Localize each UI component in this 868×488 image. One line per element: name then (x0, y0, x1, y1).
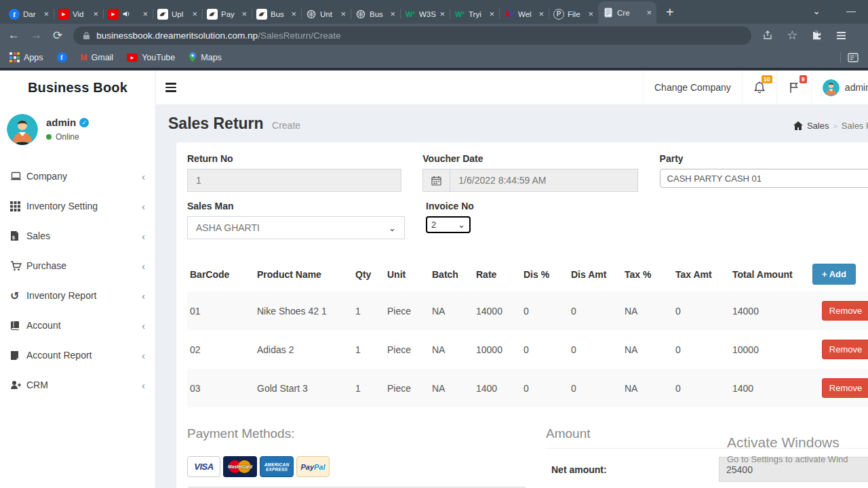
sales-man-label: Sales Man (187, 201, 405, 211)
reload-button[interactable]: ⟳ (53, 28, 62, 43)
return-no-input (187, 169, 401, 192)
tab-close-icon[interactable]: × (192, 9, 197, 19)
new-tab-button[interactable]: + (666, 5, 674, 20)
sidebar-item-inventory-report[interactable]: ↺ Inventory Report ‹ (0, 281, 155, 310)
youtube-icon: ▶ (127, 54, 138, 62)
tab-search-chevron-icon[interactable]: ⌄ (812, 5, 821, 16)
invoice-no-select[interactable]: 2 ⌄ (426, 216, 471, 233)
return-no-label: Return No (187, 153, 401, 164)
app-logo[interactable]: Business Book (0, 70, 156, 104)
browser-tab[interactable]: Bus × (252, 4, 301, 24)
party-select[interactable]: CASH PARTY CASH 01 (660, 169, 868, 188)
sidebar-item-company[interactable]: Company ‹ (0, 161, 155, 191)
bookmark-apps[interactable]: Apps (9, 52, 43, 62)
items-table: BarCode Product Name Qty Unit Batch Rate… (187, 257, 868, 407)
sidebar-item-crm[interactable]: CRM ‹ (0, 370, 155, 400)
user-menu[interactable]: admin (811, 70, 868, 104)
browser-tab[interactable]: ▶ Vid × (54, 4, 103, 24)
verified-badge-icon: ✓ (79, 118, 89, 127)
browser-tab[interactable]: f Dar × (4, 4, 54, 24)
messages-button[interactable]: 9 (776, 70, 811, 104)
user-avatar[interactable] (7, 114, 38, 145)
browser-tab[interactable]: W³ Tryi × (450, 4, 499, 24)
col-qty: Qty (353, 257, 384, 291)
bookmark-gmail[interactable]: M Gmail (81, 53, 114, 62)
remove-item-button[interactable]: Remove (822, 301, 868, 321)
tab-close-icon[interactable]: × (489, 9, 494, 19)
sidebar-item-inventory-setting[interactable]: Inventory Setting ‹ (0, 191, 155, 221)
sidebar-username: admin (46, 117, 76, 128)
tab-close-icon[interactable]: × (291, 9, 296, 19)
notification-count-badge: 10 (762, 75, 772, 83)
col-barcode: BarCode (187, 257, 254, 291)
back-button[interactable]: ← (8, 28, 20, 42)
extensions-icon[interactable] (811, 30, 823, 41)
share-icon[interactable] (762, 30, 773, 41)
tab-close-icon[interactable]: × (390, 9, 395, 19)
browser-menu-icon[interactable] (836, 31, 846, 40)
bird-favicon (256, 9, 267, 20)
table-row: 03 Gold Start 3 1 Piece NA 1400 0 0 NA 0… (187, 369, 868, 407)
sidebar-toggle-button[interactable] (156, 70, 186, 104)
browser-tab[interactable]: M Wel × (499, 4, 549, 24)
sidebar-item-purchase[interactable]: Purchase ‹ (0, 251, 155, 281)
url-host: businessbook.dreameritsolution.com.np (96, 30, 258, 41)
browser-tab[interactable]: Upl × (153, 4, 202, 24)
tab-close-icon[interactable]: × (43, 9, 49, 19)
table-row: 02 Adidas 2 1 Piece NA 10000 0 0 NA 0 10… (187, 330, 868, 369)
tab-close-icon[interactable]: × (646, 7, 652, 18)
visa-card-icon: VISA (187, 456, 220, 477)
net-amount-input (719, 457, 868, 482)
browser-tab[interactable]: ▶ × (103, 4, 153, 24)
browser-tab[interactable]: Unt × (301, 4, 351, 24)
browser-tab[interactable]: Pay × (202, 4, 252, 24)
sidebar-item-sales[interactable]: $ Sales ‹ (0, 221, 155, 251)
tab-close-icon[interactable]: × (241, 9, 247, 19)
home-icon (793, 121, 803, 130)
browser-tab-active[interactable]: Cre × (598, 1, 656, 24)
tab-close-icon[interactable]: × (588, 9, 593, 19)
address-bar[interactable]: businessbook.dreameritsolution.com.np/Sa… (73, 26, 751, 45)
sidebar-item-account-report[interactable]: Account Report ‹ (0, 340, 155, 370)
change-company-button[interactable]: Change Company (643, 70, 742, 104)
col-tax-amt: Tax Amt (673, 257, 730, 291)
breadcrumb-sales[interactable]: Sales (807, 121, 829, 131)
tab-close-icon[interactable]: × (142, 9, 148, 19)
tab-close-icon[interactable]: × (439, 9, 445, 19)
gmail-icon: M (81, 53, 87, 62)
tab-close-icon[interactable]: × (538, 9, 544, 19)
col-rate: Rate (473, 257, 521, 291)
sidebar-item-account[interactable]: Account ‹ (0, 310, 155, 340)
browser-tab[interactable]: W³ W3S × (400, 4, 450, 24)
col-dis-pct: Dis % (521, 257, 568, 291)
bookmark-star-icon[interactable]: ☆ (787, 28, 797, 43)
maps-pin-icon (189, 52, 197, 62)
tab-audio-icon[interactable] (122, 9, 131, 18)
grid-icon (10, 201, 26, 211)
bookmark-maps[interactable]: Maps (189, 52, 222, 62)
bookmark-youtube[interactable]: ▶ YouTube (127, 53, 175, 62)
globe-favicon (355, 9, 366, 20)
sales-man-select[interactable]: ASHA GHARTI ⌄ (187, 216, 405, 239)
main-content: Sales Return Create Sales > Sales Return… (156, 104, 868, 488)
browser-tab[interactable]: Bus × (351, 4, 400, 24)
browser-toolbar: ← → ⟳ businessbook.dreameritsolution.com… (0, 24, 868, 47)
online-status-icon (46, 134, 52, 140)
forward-button[interactable]: → (31, 28, 42, 42)
window-minimize-button[interactable]: — (846, 5, 856, 16)
user-plus-icon (10, 380, 26, 390)
bookmark-facebook[interactable]: f (57, 52, 67, 62)
youtube-favicon: ▶ (58, 9, 69, 20)
bookmarks-bar: Apps f M Gmail ▶ YouTube Maps (0, 47, 868, 68)
remove-item-button[interactable]: Remove (822, 378, 868, 398)
reading-list-icon[interactable] (848, 53, 859, 62)
notifications-button[interactable]: 10 (742, 70, 776, 104)
add-item-button[interactable]: + Add (812, 264, 856, 285)
browser-tab[interactable]: P File × (549, 4, 598, 24)
remove-item-button[interactable]: Remove (822, 340, 868, 359)
chevron-left-icon: ‹ (142, 350, 145, 361)
tab-close-icon[interactable]: × (340, 9, 346, 19)
col-batch: Batch (429, 257, 473, 291)
report-file-icon (10, 350, 26, 361)
tab-close-icon[interactable]: × (93, 9, 98, 19)
